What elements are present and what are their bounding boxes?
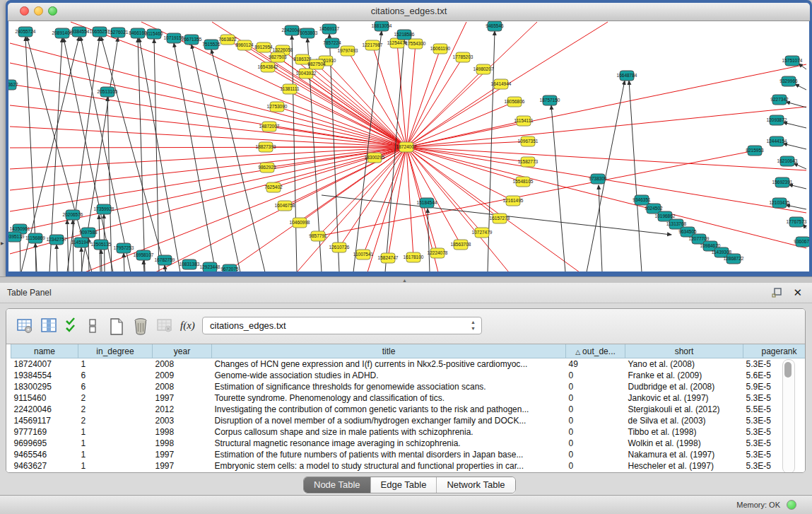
graph-node[interactable]: 16157278 (490, 214, 510, 223)
table-cell[interactable]: de Silva et al. (2003) (625, 415, 743, 426)
graph-edge[interactable] (192, 45, 240, 271)
graph-edge[interactable] (406, 147, 413, 257)
graph-node[interactable]: 14569117 (319, 24, 340, 34)
table-cell[interactable]: 0 (566, 449, 625, 460)
graph-edge[interactable] (174, 43, 216, 271)
divider-handle-icon[interactable]: ▲ (402, 278, 407, 283)
table-cell[interactable]: 2009 (153, 370, 212, 381)
column-header-in_degree[interactable]: in_degree (78, 344, 153, 358)
table-row[interactable]: 946362711997Embryonic stem cells: a mode… (11, 460, 806, 472)
table-cell[interactable]: 5.3E-5 (743, 449, 806, 460)
table-cell[interactable]: Dudbridge et al. (2008) (625, 381, 743, 392)
graph-node[interactable]: 15692391 (772, 177, 793, 187)
graph-node[interactable]: 9738309 (589, 174, 607, 184)
graph-node[interactable]: 18757150 (540, 95, 560, 105)
table-cell[interactable]: 1997 (153, 460, 212, 472)
table-cell[interactable]: Changes of HCN gene expression and I(f) … (212, 358, 566, 370)
tab-network-table[interactable]: Network Table (437, 477, 514, 493)
graph-edge[interactable] (10, 84, 406, 147)
unselect-columns-icon[interactable] (87, 317, 105, 336)
table-cell[interactable]: 1 (78, 358, 153, 370)
graph-edge[interactable] (406, 141, 528, 147)
graph-node[interactable]: 14872007 (259, 122, 280, 132)
graph-edge[interactable] (10, 147, 406, 254)
table-row[interactable]: 1456911722003Disruption of a novel membe… (11, 415, 806, 426)
graph-node[interactable]: 9463627 (8, 80, 18, 90)
table-cell[interactable]: 0 (566, 460, 625, 472)
table-cell[interactable]: 1997 (153, 392, 212, 404)
graph-node[interactable]: 9227342 (770, 95, 789, 105)
table-cell[interactable]: Estimation of significance thresholds fo… (212, 381, 566, 392)
graph-node[interactable]: 9360672 (794, 237, 809, 247)
table-cell[interactable]: 5.6E-5 (743, 370, 806, 381)
scrollbar-thumb[interactable] (784, 362, 792, 378)
graph-node[interactable]: 12444154 (767, 136, 787, 146)
graph-edge[interactable] (306, 74, 406, 147)
graph-edge[interactable] (406, 147, 509, 271)
graph-edge[interactable] (406, 64, 806, 147)
table-row[interactable]: 969969511998Structural magnetic resonanc… (11, 438, 806, 449)
table-cell[interactable]: Stergiakouli et al. (2012) (625, 404, 743, 415)
graph-node[interactable]: 11381111 (281, 84, 300, 94)
table-cell[interactable]: Genome-wide association studies in ADHD. (212, 370, 566, 381)
table-row[interactable]: 2242004622012Investigating the contribut… (11, 404, 806, 415)
graph-edge[interactable] (406, 147, 528, 162)
graph-node[interactable]: 16543842 (258, 62, 278, 72)
graph-node[interactable]: 9465546 (486, 21, 504, 31)
table-cell[interactable]: Nakamura et al. (1997) (625, 449, 743, 460)
table-cell[interactable]: 0 (566, 438, 625, 449)
create-column-icon[interactable] (108, 317, 126, 336)
network-window-titlebar[interactable]: citations_edges.txt (8, 3, 810, 21)
function-builder-icon[interactable]: f(x) (180, 320, 199, 338)
graph-node[interactable]: 17554300 (406, 39, 426, 49)
table-cell[interactable]: 5.3E-5 (743, 392, 806, 404)
table-cell[interactable]: 2012 (153, 404, 212, 415)
graph-node[interactable]: 8215953 (746, 146, 764, 156)
graph-edge[interactable] (406, 147, 806, 248)
tab-node-table[interactable]: Node Table (304, 477, 371, 493)
graph-edge[interactable] (629, 81, 642, 271)
graph-node[interactable]: 15218586 (394, 30, 415, 40)
table-cell[interactable]: 9465546 (11, 449, 78, 460)
network-svg[interactable]: 1830029511254479122179871979749316961910… (8, 21, 809, 271)
table-row[interactable]: 1938455462009Genome-wide association stu… (11, 370, 806, 381)
graph-node[interactable]: 11007541 (353, 250, 374, 259)
graph-node[interactable]: 16648784 (617, 71, 637, 81)
select-all-columns-icon[interactable] (64, 317, 83, 336)
graph-node[interactable]: 16178100 (404, 252, 424, 262)
table-cell[interactable]: 6 (78, 370, 153, 381)
tab-edge-table[interactable]: Edge Table (371, 477, 437, 493)
graph-edge[interactable] (165, 265, 165, 271)
table-cell[interactable]: 6 (78, 381, 153, 392)
graph-node[interactable]: 15276021 (108, 28, 129, 37)
graph-edge[interactable] (35, 243, 36, 271)
graph-node[interactable]: 7625402 (264, 182, 283, 192)
close-panel-icon[interactable]: ✕ (793, 286, 802, 299)
table-cell[interactable]: 5.3E-5 (743, 415, 806, 426)
graph-node[interactable]: 20206576 (63, 210, 83, 220)
graph-edge[interactable] (138, 38, 145, 271)
table-cell[interactable]: 18724007 (11, 358, 78, 370)
graph-node[interactable]: 9827504 (307, 59, 326, 69)
graph-edge[interactable] (406, 121, 524, 147)
graph-node[interactable]: 15824747 (378, 253, 399, 263)
graph-node[interactable]: 16053803 (298, 28, 318, 38)
table-mode-icon[interactable] (16, 317, 35, 336)
graph-node[interactable]: 11582773 (518, 157, 539, 167)
graph-edge[interactable] (397, 43, 406, 147)
graph-node[interactable]: 9857791 (309, 231, 327, 241)
graph-node[interactable]: 8912954 (254, 42, 273, 52)
graph-node[interactable]: 15184544 (417, 198, 437, 208)
graph-node[interactable]: 12103435 (770, 198, 790, 208)
table-cell[interactable]: 0 (566, 370, 625, 381)
graph-node[interactable]: 9672075 (220, 264, 239, 271)
graph-node[interactable]: 12161495 (503, 196, 524, 206)
table-cell[interactable]: 0 (566, 426, 625, 438)
graph-edge[interactable] (101, 250, 102, 271)
table-cell[interactable]: Investigating the contribution of common… (212, 404, 566, 415)
graph-node[interactable]: 16671355 (182, 35, 202, 45)
graph-node[interactable]: 18563708 (451, 240, 471, 250)
graph-edge[interactable] (794, 163, 806, 169)
graph-edge[interactable] (81, 247, 82, 271)
table-type-switcher[interactable]: Node TableEdge TableNetwork Table (303, 477, 516, 493)
